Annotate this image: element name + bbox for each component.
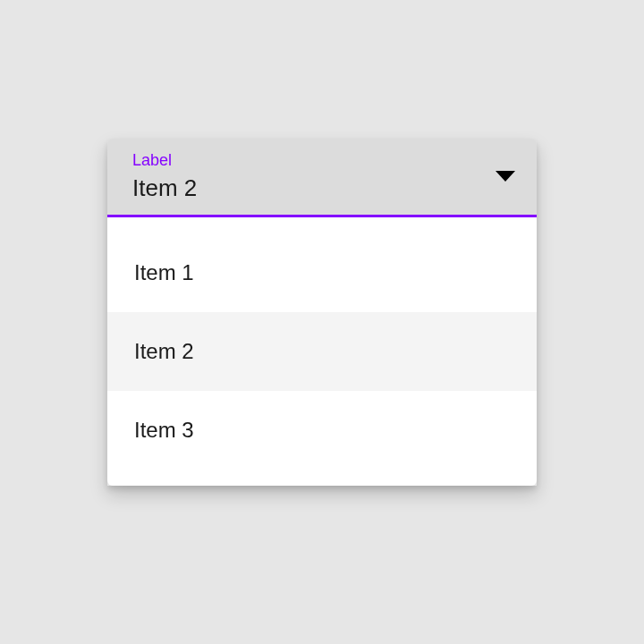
dropdown-item-label: Item 3 (134, 418, 194, 442)
dropdown-item-1[interactable]: Item 1 (107, 233, 537, 312)
dropdown-item-3[interactable]: Item 3 (107, 391, 537, 470)
caret-down-icon (496, 171, 515, 182)
svg-marker-0 (496, 171, 515, 182)
dropdown-select: Label Item 2 Item 1 Item 2 Item 3 (107, 139, 537, 486)
dropdown-item-label: Item 1 (134, 260, 194, 284)
dropdown-item-label: Item 2 (134, 339, 194, 363)
dropdown-label: Label (132, 151, 519, 171)
dropdown-menu-list: Item 1 Item 2 Item 3 (107, 217, 537, 486)
dropdown-header[interactable]: Label Item 2 (107, 139, 537, 217)
dropdown-selected-value: Item 2 (132, 174, 519, 202)
dropdown-menu: Item 1 Item 2 Item 3 (107, 217, 537, 486)
dropdown-item-2[interactable]: Item 2 (107, 312, 537, 391)
